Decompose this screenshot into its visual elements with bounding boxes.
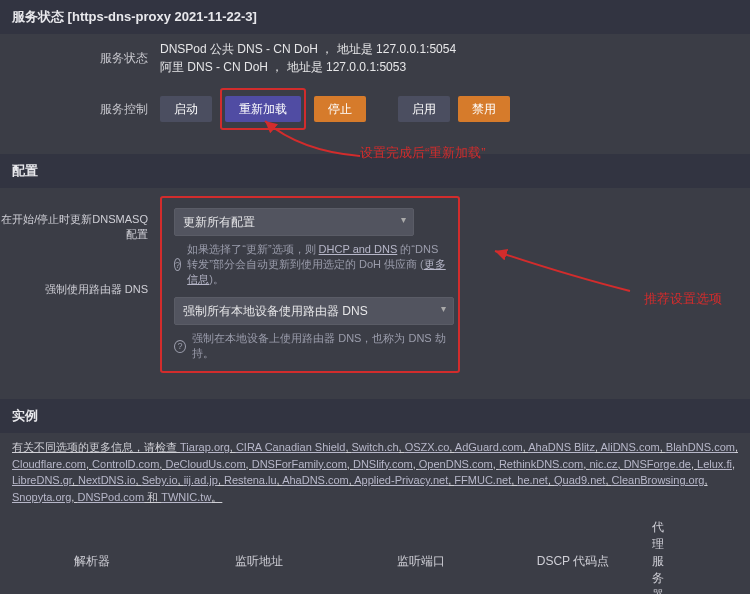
control-label: 服务控制 bbox=[12, 101, 160, 118]
col-resolver: 解析器 bbox=[12, 553, 172, 570]
status-value: DNSPod 公共 DNS - CN DoH ， 地址是 127.0.0.1:5… bbox=[160, 40, 738, 76]
provider-link[interactable]: Restena.lu bbox=[224, 474, 277, 486]
status-line-1: DNSPod 公共 DNS - CN DoH ， 地址是 127.0.0.1:5… bbox=[160, 40, 738, 58]
col-addr: 监听地址 bbox=[184, 553, 334, 570]
status-row: 服务状态 DNSPod 公共 DNS - CN DoH ， 地址是 127.0.… bbox=[0, 34, 750, 82]
reload-annotation: 设置完成后“重新加载” bbox=[360, 144, 486, 162]
recommend-annotation: 推荐设置选项 bbox=[644, 290, 722, 308]
provider-link[interactable]: BlahDNS.com bbox=[666, 441, 735, 453]
control-row: 服务控制 启动 重新加载 停止 启用 禁用 设置完成后“重新加载” bbox=[0, 82, 750, 136]
help-icon: ? bbox=[174, 258, 181, 271]
provider-link[interactable]: Cloudflare.com bbox=[12, 458, 86, 470]
dnsmasq-label: 在开始/停止时更新DNSMASQ配置 bbox=[0, 212, 160, 242]
forcedns-help: ? 强制在本地设备上使用路由器 DNS，也称为 DNS 劫持。 bbox=[174, 331, 446, 361]
provider-link[interactable]: Snopyta.org bbox=[12, 491, 71, 503]
provider-link[interactable]: FFMUC.net bbox=[454, 474, 511, 486]
provider-link[interactable]: Tiarap.org bbox=[180, 441, 230, 453]
recommend-arrow bbox=[490, 236, 640, 296]
provider-link[interactable]: CIRA Canadian Shield bbox=[236, 441, 345, 453]
provider-link[interactable]: NextDNS.io bbox=[78, 474, 135, 486]
dnsmasq-help: ? 如果选择了“更新”选项，则 DHCP and DNS 的“DNS转发”部分会… bbox=[174, 242, 446, 287]
config-highlight: 更新所有配置 ? 如果选择了“更新”选项，则 DHCP and DNS 的“DN… bbox=[160, 196, 460, 373]
provider-link[interactable]: Lelux.fi bbox=[697, 458, 732, 470]
start-button[interactable]: 启动 bbox=[160, 96, 212, 122]
provider-link[interactable]: Seby.io bbox=[142, 474, 178, 486]
provider-link[interactable]: DNSPod.com bbox=[77, 491, 144, 503]
provider-link[interactable]: AliDNS.com bbox=[600, 441, 659, 453]
provider-link[interactable]: nic.cz bbox=[589, 458, 617, 470]
col-dscp: DSCP 代码点 bbox=[508, 553, 638, 570]
dnsmasq-select[interactable]: 更新所有配置 bbox=[174, 208, 414, 236]
instances-header: 实例 bbox=[0, 399, 750, 433]
provider-link[interactable]: RethinkDNS.com bbox=[499, 458, 583, 470]
provider-link[interactable]: Switch.ch bbox=[352, 441, 399, 453]
provider-link[interactable]: DNSForge.de bbox=[624, 458, 691, 470]
forcedns-label: 强制使用路由器 DNS bbox=[0, 282, 160, 297]
provider-link[interactable]: DeCloudUs.com bbox=[165, 458, 245, 470]
instances-info: 有关不同选项的更多信息，请检查 Tiarap.org, CIRA Canadia… bbox=[0, 433, 750, 511]
provider-link[interactable]: AdGuard.com bbox=[455, 441, 523, 453]
provider-link[interactable]: TWNIC.tw bbox=[161, 491, 211, 503]
forcedns-select[interactable]: 强制所有本地设备使用路由器 DNS bbox=[174, 297, 454, 325]
provider-link[interactable]: AhaDNS.com bbox=[282, 474, 349, 486]
disable-button[interactable]: 禁用 bbox=[458, 96, 510, 122]
service-status-header: 服务状态 [https-dns-proxy 2021-11-22-3] bbox=[0, 0, 750, 34]
enable-button[interactable]: 启用 bbox=[398, 96, 450, 122]
provider-link[interactable]: DNSForFamily.com bbox=[252, 458, 347, 470]
col-port: 监听端口 bbox=[346, 553, 496, 570]
provider-link[interactable]: CleanBrowsing.org bbox=[612, 474, 705, 486]
provider-link[interactable]: AhaDNS Blitz bbox=[528, 441, 595, 453]
provider-link[interactable]: Applied-Privacy.net bbox=[354, 474, 448, 486]
provider-link[interactable]: he.net bbox=[517, 474, 548, 486]
provider-link[interactable]: OpenDNS.com bbox=[419, 458, 493, 470]
status-label: 服务状态 bbox=[12, 50, 160, 67]
provider-link[interactable]: DNSlify.com bbox=[353, 458, 413, 470]
help-icon: ? bbox=[174, 340, 186, 353]
provider-link[interactable]: Quad9.net bbox=[554, 474, 605, 486]
instances-table-head: 解析器 监听地址 监听端口 DSCP 代码点 代理服务器 bbox=[0, 511, 750, 594]
dhcp-dns-link[interactable]: DHCP and DNS bbox=[319, 243, 398, 255]
provider-link[interactable]: LibreDNS.gr bbox=[12, 474, 72, 486]
provider-link[interactable]: OSZX.co bbox=[405, 441, 450, 453]
provider-link[interactable]: iij.ad.jp bbox=[184, 474, 218, 486]
col-proxy: 代理服务器 bbox=[650, 519, 666, 594]
provider-link[interactable]: ControlD.com bbox=[92, 458, 159, 470]
status-line-2: 阿里 DNS - CN DoH ， 地址是 127.0.0.1:5053 bbox=[160, 58, 738, 76]
